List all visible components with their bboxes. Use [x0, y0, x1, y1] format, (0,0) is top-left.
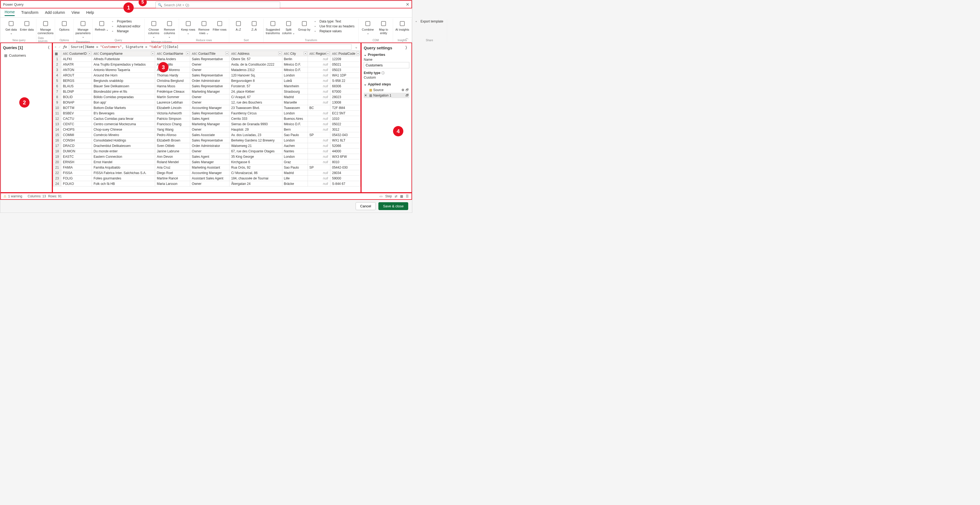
table-cell[interactable]: C/ Araquil, 67 [229, 94, 282, 100]
table-row[interactable]: 10BOTTMBottom-Dollar MarketsElizabeth Li… [53, 105, 361, 111]
table-cell[interactable]: Kirchgasse 6 [229, 159, 282, 165]
table-cell[interactable]: Sales Manager [190, 159, 229, 165]
table-cell[interactable]: Forsterstr. 57 [229, 84, 282, 89]
table-cell[interactable]: Sales Associate [190, 132, 229, 138]
table-cell[interactable]: Pedro Afonso [155, 132, 190, 138]
table-cell[interactable]: null [308, 127, 330, 132]
row-number[interactable]: 4 [53, 73, 61, 78]
formula-input[interactable]: Source{[Name = "Customers", Signature = … [69, 44, 352, 49]
table-cell[interactable]: Accounting Manager [190, 170, 229, 176]
table-cell[interactable]: BC [308, 105, 330, 111]
row-number[interactable]: 8 [53, 94, 61, 100]
table-cell[interactable]: Owner [190, 67, 229, 73]
row-number[interactable]: 7 [53, 89, 61, 94]
tab-transform[interactable]: Transform [21, 10, 38, 16]
table-row[interactable]: 4AROUTAround the HornThomas HardySales R… [53, 73, 361, 78]
table-cell[interactable]: null [308, 176, 330, 181]
table-row[interactable]: 1ALFKIAlfreds FutterkisteMaria AndersSal… [53, 56, 361, 62]
table-cell[interactable]: 3012 [330, 127, 361, 132]
table-cell[interactable]: Sierras de Granada 9993 [229, 121, 282, 127]
table-row[interactable]: 3ANTONAntonio Moreno TaqueríaAntonio Mor… [53, 67, 361, 73]
table-cell[interactable]: Janine Labrune [155, 149, 190, 154]
table-cell[interactable]: Bräcke [282, 181, 308, 186]
filter-rows-button[interactable]: Filter rows [212, 19, 227, 33]
table-cell[interactable]: Rua Orós, 92 [229, 165, 282, 170]
warning-icon[interactable]: ⚠ [3, 194, 6, 198]
table-cell[interactable]: Martín Sommer [155, 94, 190, 100]
row-number[interactable]: 9 [53, 100, 61, 105]
ai-insights-button[interactable]: AI insights [395, 19, 410, 33]
table-cell[interactable]: Owner [190, 127, 229, 132]
table-row[interactable]: 11BSBEVB's BeveragesVictoria AshworthSal… [53, 111, 361, 116]
table-cell[interactable]: BLONP [61, 89, 92, 94]
table-cell[interactable]: Sales Representative [190, 56, 229, 62]
sort-desc-button[interactable]: Z↓A [247, 19, 262, 33]
close-icon[interactable]: ✕ [406, 2, 409, 7]
tab-help[interactable]: Help [86, 10, 94, 16]
table-row[interactable]: 18DUMONDu monde entierJanine LabruneOwne… [53, 149, 361, 154]
table-cell[interactable]: Madrid [282, 94, 308, 100]
table-cell[interactable]: Sales Agent [190, 116, 229, 121]
table-cell[interactable]: Sales Representative [190, 138, 229, 143]
table-cell[interactable]: 44000 [330, 149, 361, 154]
table-cell[interactable]: México D.F. [282, 62, 308, 67]
table-cell[interactable]: Victoria Ashworth [155, 111, 190, 116]
table-cell[interactable]: 05022 [330, 121, 361, 127]
table-cell[interactable]: Av. dos Lusíadas, 23 [229, 132, 282, 138]
table-cell[interactable]: Bólido Comidas preparadas [92, 94, 155, 100]
row-number[interactable]: 22 [53, 170, 61, 176]
remove-columns-button[interactable]: Remove columns ⌄ [162, 19, 177, 40]
row-number[interactable]: 24 [53, 181, 61, 186]
table-cell[interactable]: 28023 [330, 94, 361, 100]
table-row[interactable]: 17DRACDDrachenblut DelikatessenSven Ottl… [53, 143, 361, 149]
row-number[interactable]: 5 [53, 78, 61, 84]
keep-rows-button[interactable]: Keep rows ⌄ [181, 19, 196, 36]
table-cell[interactable]: DRACD [61, 143, 92, 149]
table-cell[interactable]: BLAUS [61, 84, 92, 89]
table-cell[interactable]: Owner [190, 94, 229, 100]
table-cell[interactable]: Obere Str. 57 [229, 56, 282, 62]
table-cell[interactable]: Folies gourmandes [92, 176, 155, 181]
row-number[interactable]: 6 [53, 84, 61, 89]
table-cell[interactable]: Lille [282, 176, 308, 181]
tab-add-column[interactable]: Add column [45, 10, 65, 16]
table-cell[interactable]: FISSA [61, 170, 92, 176]
column-header-customerid[interactable]: ABCCustomerID▾ [61, 51, 92, 56]
table-cell[interactable]: Strasbourg [282, 89, 308, 94]
suggested-transforms-button[interactable]: Suggested transforms [265, 19, 280, 36]
table-cell[interactable]: 05432-043 [330, 132, 361, 138]
table-cell[interactable]: 184, chaussée de Tournai [229, 176, 282, 181]
table-cell[interactable]: null [308, 100, 330, 105]
table-row[interactable]: 13CENTCCentro comercial MoctezumaFrancis… [53, 121, 361, 127]
table-row[interactable]: 24FOLKOFolk och fä HBMaria LarssonOwnerÅ… [53, 181, 361, 186]
table-cell[interactable]: Berkeley Gardens 12 Brewery [229, 138, 282, 143]
row-number[interactable]: 19 [53, 154, 61, 159]
row-number[interactable]: 10 [53, 105, 61, 111]
table-cell[interactable]: Du monde entier [92, 149, 155, 154]
table-cell[interactable]: Avda. de la Constitución 2222 [229, 62, 282, 67]
query-item-customers[interactable]: ▦ Customers [3, 53, 49, 58]
table-cell[interactable]: 13008 [330, 100, 361, 105]
table-cell[interactable]: DUMON [61, 149, 92, 154]
remove-rows-button[interactable]: Remove rows ⌄ [196, 19, 212, 36]
table-cell[interactable]: Buenos Aires [282, 116, 308, 121]
row-number[interactable]: 20 [53, 159, 61, 165]
map-to-entity-button[interactable]: Map to entity [376, 19, 391, 36]
table-cell[interactable]: B's Beverages [92, 111, 155, 116]
info-icon[interactable]: i [381, 71, 385, 75]
table-cell[interactable]: Marketing Manager [190, 121, 229, 127]
diagram-view-icon[interactable]: ⇄ [395, 194, 398, 198]
row-number[interactable]: 14 [53, 127, 61, 132]
table-cell[interactable]: 67, rue des Cinquante Otages [229, 149, 282, 154]
table-row[interactable]: 7BLONPBlondesddsl père et filsFrédérique… [53, 89, 361, 94]
table-cell[interactable]: 1010 [330, 116, 361, 121]
table-cell[interactable]: FOLKO [61, 181, 92, 186]
table-cell[interactable]: ANTON [61, 67, 92, 73]
table-cell[interactable]: Owner [190, 62, 229, 67]
table-cell[interactable]: Bern [282, 127, 308, 132]
table-cell[interactable]: London [282, 111, 308, 116]
warning-text[interactable]: 1 warning [8, 194, 22, 198]
row-number[interactable]: 11 [53, 111, 61, 116]
table-cell[interactable]: ERNSH [61, 159, 92, 165]
table-cell[interactable]: null [308, 89, 330, 94]
